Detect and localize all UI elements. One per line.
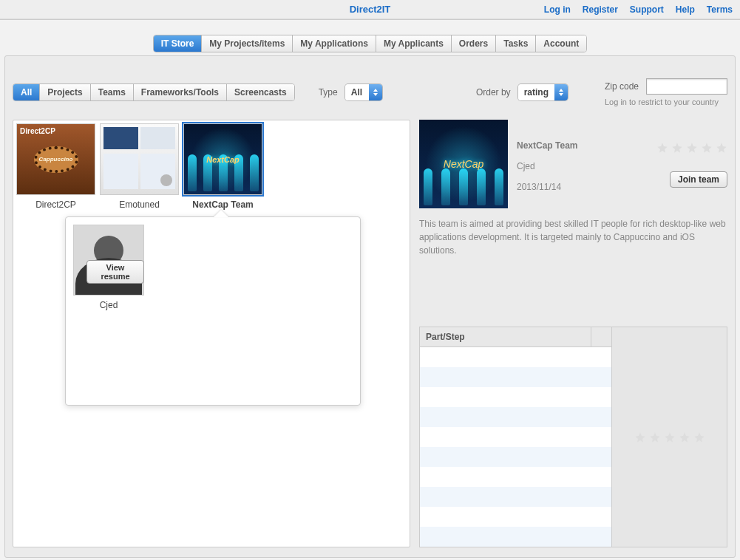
detail-thumbnail: NextCap (419, 120, 508, 208)
table-row[interactable] (420, 427, 611, 447)
inner-panel: All Projects Teams Frameworks/Tools Scre… (4, 55, 736, 558)
detail-header: NextCap NextCap Team Cjed 2013/11/14 (419, 120, 727, 208)
parts-table: Part/Step (420, 327, 612, 547)
top-bar: Direct2IT Log in Register Support Help T… (0, 0, 740, 19)
table-row[interactable] (420, 447, 611, 467)
star-icon (664, 431, 676, 443)
tab-it-store[interactable]: IT Store (154, 35, 203, 52)
view-resume-button[interactable]: View resume (86, 260, 144, 284)
support-link[interactable]: Support (630, 4, 664, 15)
star-icon (634, 431, 646, 443)
type-select[interactable]: All (345, 84, 382, 100)
star-icon (679, 431, 690, 443)
card-emotuned[interactable]: Emotuned (100, 123, 179, 210)
card-label: NextCap Team (183, 199, 262, 210)
table-row[interactable] (420, 387, 611, 407)
star-icon (649, 431, 661, 443)
members-popover: View resume Cjed (65, 216, 361, 406)
login-link[interactable]: Log in (544, 4, 571, 15)
card-direct2cp[interactable]: Direct2CP Cappuccino Direct2CP (16, 123, 95, 210)
tab-my-applications[interactable]: My Applications (293, 35, 376, 52)
stepper-icon (554, 84, 568, 100)
thumbnail: Direct2CP Cappuccino (16, 123, 95, 195)
table-row[interactable] (420, 507, 611, 527)
thumbnail (100, 123, 179, 195)
rating-stars-bottom[interactable] (634, 431, 705, 443)
tab-orders[interactable]: Orders (452, 35, 496, 52)
rating-stars-top[interactable] (656, 142, 727, 154)
brand-title: Direct2IT (350, 4, 391, 15)
type-select-value: All (345, 84, 369, 100)
tab-my-applicants[interactable]: My Applicants (376, 35, 452, 52)
type-label: Type (319, 87, 338, 98)
filter-projects[interactable]: Projects (40, 84, 90, 100)
member-name: Cjed (73, 300, 144, 310)
main-nav-tabs: IT Store My Projects/items My Applicatio… (4, 35, 736, 52)
table-row[interactable] (420, 407, 611, 427)
zip-label: Zip code (605, 81, 639, 92)
table-row[interactable] (420, 487, 611, 507)
zip-hint: Log in to restrict to your country (605, 98, 727, 106)
star-icon (716, 142, 727, 154)
detail-description: This team is aimed at providing best ski… (419, 217, 727, 257)
tab-tasks[interactable]: Tasks (496, 35, 536, 52)
star-icon (693, 431, 705, 443)
terms-link[interactable]: Terms (707, 4, 733, 15)
filter-frameworks[interactable]: Frameworks/Tools (134, 84, 227, 100)
star-icon (686, 142, 698, 154)
order-select[interactable]: rating (518, 84, 568, 100)
items-panel: Direct2CP Cappuccino Direct2CP (13, 120, 410, 547)
star-icon (671, 142, 683, 154)
column-header-part[interactable]: Part/Step (426, 332, 591, 342)
thumbnail: NextCap (183, 123, 262, 195)
filter-all[interactable]: All (13, 84, 40, 100)
detail-date: 2013/11/14 (517, 182, 648, 192)
detail-pane (612, 327, 727, 547)
filter-screencasts[interactable]: Screencasts (227, 84, 294, 100)
order-select-value: rating (518, 84, 554, 100)
tab-account[interactable]: Account (536, 35, 586, 52)
detail-title: NextCap Team (517, 140, 648, 151)
stepper-icon (369, 84, 382, 100)
join-team-button[interactable]: Join team (670, 171, 727, 188)
star-icon (656, 142, 668, 154)
content-area: IT Store My Projects/items My Applicatio… (0, 19, 740, 560)
help-link[interactable]: Help (676, 4, 695, 15)
tab-my-projects[interactable]: My Projects/items (202, 35, 293, 52)
filter-teams[interactable]: Teams (91, 84, 134, 100)
zip-input[interactable] (646, 78, 727, 95)
card-label: Emotuned (100, 199, 179, 210)
table-row[interactable] (420, 467, 611, 487)
table-row[interactable] (420, 367, 611, 387)
register-link[interactable]: Register (583, 4, 618, 15)
table-row[interactable] (420, 527, 611, 547)
detail-author: Cjed (517, 161, 648, 171)
filter-toolbar: All Projects Teams Frameworks/Tools Scre… (13, 78, 727, 106)
team-member[interactable]: View resume Cjed (73, 225, 144, 310)
order-label: Order by (476, 87, 511, 98)
detail-bottom: Part/Step (419, 327, 727, 547)
card-nextcap[interactable]: NextCap NextCap Team (183, 123, 262, 210)
top-links: Log in Register Support Help Terms (544, 4, 733, 15)
star-icon (701, 142, 713, 154)
table-row[interactable] (420, 347, 611, 367)
card-label: Direct2CP (16, 199, 95, 210)
